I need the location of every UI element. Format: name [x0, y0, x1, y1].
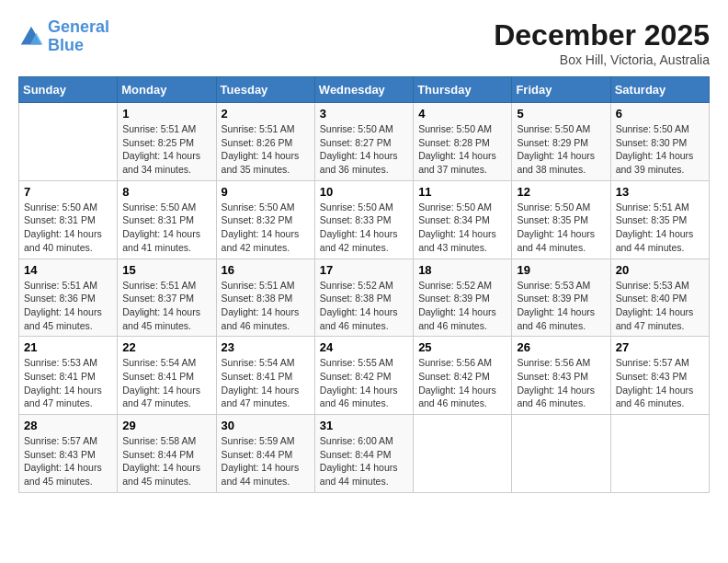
- day-info: Sunrise: 5:51 AMSunset: 8:36 PMDaylight:…: [24, 279, 112, 333]
- day-info: Sunrise: 5:51 AMSunset: 8:37 PMDaylight:…: [122, 279, 210, 333]
- calendar-cell: 10Sunrise: 5:50 AMSunset: 8:33 PMDayligh…: [314, 180, 413, 259]
- day-number: 8: [122, 185, 210, 199]
- day-number: 12: [517, 185, 605, 199]
- calendar-cell: 22Sunrise: 5:54 AMSunset: 8:41 PMDayligh…: [118, 337, 216, 415]
- calendar-cell: 5Sunrise: 5:50 AMSunset: 8:29 PMDaylight…: [512, 103, 610, 181]
- day-number: 21: [24, 340, 112, 354]
- day-info: Sunrise: 5:54 AMSunset: 8:41 PMDaylight:…: [122, 356, 210, 410]
- page-header: General Blue December 2025 Box Hill, Vic…: [18, 18, 710, 67]
- day-number: 4: [418, 107, 506, 121]
- title-block: December 2025 Box Hill, Victoria, Austra…: [494, 18, 710, 67]
- calendar-cell: 21Sunrise: 5:53 AMSunset: 8:41 PMDayligh…: [19, 337, 118, 415]
- month-title: December 2025: [494, 18, 710, 52]
- day-info: Sunrise: 5:57 AMSunset: 8:43 PMDaylight:…: [616, 356, 704, 410]
- day-number: 22: [122, 340, 210, 354]
- day-info: Sunrise: 5:56 AMSunset: 8:43 PMDaylight:…: [517, 356, 605, 410]
- day-number: 24: [320, 340, 408, 354]
- calendar-cell: [19, 103, 118, 181]
- day-number: 26: [517, 340, 605, 354]
- logo-line2: Blue: [48, 36, 84, 54]
- day-info: Sunrise: 5:51 AMSunset: 8:26 PMDaylight:…: [222, 122, 310, 177]
- day-info: Sunrise: 5:50 AMSunset: 8:33 PMDaylight:…: [320, 201, 408, 255]
- logo: General Blue: [18, 18, 109, 55]
- day-number: 23: [222, 340, 310, 354]
- day-number: 1: [122, 107, 210, 121]
- calendar-cell: 23Sunrise: 5:54 AMSunset: 8:41 PMDayligh…: [216, 337, 314, 415]
- logo-text: General Blue: [48, 18, 109, 55]
- calendar-table: SundayMondayTuesdayWednesdayThursdayFrid…: [18, 76, 710, 493]
- calendar-cell: 30Sunrise: 5:59 AMSunset: 8:44 PMDayligh…: [216, 415, 314, 493]
- day-number: 9: [222, 185, 310, 199]
- week-row-1: 1Sunrise: 5:51 AMSunset: 8:25 PMDaylight…: [19, 103, 710, 181]
- calendar-cell: 16Sunrise: 5:51 AMSunset: 8:38 PMDayligh…: [216, 259, 314, 337]
- day-number: 28: [24, 419, 112, 432]
- day-number: 5: [517, 107, 605, 121]
- day-number: 6: [616, 107, 704, 121]
- calendar-cell: 14Sunrise: 5:51 AMSunset: 8:36 PMDayligh…: [19, 259, 118, 337]
- day-number: 7: [24, 185, 112, 199]
- day-info: Sunrise: 5:50 AMSunset: 8:27 PMDaylight:…: [320, 122, 408, 177]
- column-header-wednesday: Wednesday: [314, 77, 413, 103]
- day-info: Sunrise: 5:50 AMSunset: 8:35 PMDaylight:…: [517, 201, 605, 255]
- week-row-2: 7Sunrise: 5:50 AMSunset: 8:31 PMDaylight…: [19, 180, 710, 259]
- calendar-cell: 11Sunrise: 5:50 AMSunset: 8:34 PMDayligh…: [414, 180, 512, 259]
- day-info: Sunrise: 5:53 AMSunset: 8:40 PMDaylight:…: [616, 279, 704, 333]
- calendar-cell: 28Sunrise: 5:57 AMSunset: 8:43 PMDayligh…: [19, 415, 118, 493]
- day-info: Sunrise: 5:50 AMSunset: 8:28 PMDaylight:…: [418, 122, 506, 177]
- day-info: Sunrise: 5:51 AMSunset: 8:35 PMDaylight:…: [616, 201, 704, 255]
- calendar-cell: 31Sunrise: 6:00 AMSunset: 8:44 PMDayligh…: [314, 415, 413, 493]
- calendar-cell: [610, 415, 709, 493]
- calendar-cell: 13Sunrise: 5:51 AMSunset: 8:35 PMDayligh…: [610, 180, 709, 259]
- day-info: Sunrise: 5:52 AMSunset: 8:39 PMDaylight:…: [418, 279, 506, 333]
- calendar-cell: 18Sunrise: 5:52 AMSunset: 8:39 PMDayligh…: [414, 259, 512, 337]
- calendar-cell: 6Sunrise: 5:50 AMSunset: 8:30 PMDaylight…: [610, 103, 709, 181]
- calendar-cell: 24Sunrise: 5:55 AMSunset: 8:42 PMDayligh…: [314, 337, 413, 415]
- day-number: 3: [320, 107, 408, 121]
- day-number: 11: [418, 185, 506, 199]
- day-info: Sunrise: 5:55 AMSunset: 8:42 PMDaylight:…: [320, 356, 408, 410]
- calendar-cell: 1Sunrise: 5:51 AMSunset: 8:25 PMDaylight…: [118, 103, 216, 181]
- calendar-cell: 8Sunrise: 5:50 AMSunset: 8:31 PMDaylight…: [118, 180, 216, 259]
- column-header-saturday: Saturday: [610, 77, 709, 103]
- week-row-5: 28Sunrise: 5:57 AMSunset: 8:43 PMDayligh…: [19, 415, 710, 493]
- day-info: Sunrise: 5:54 AMSunset: 8:41 PMDaylight:…: [222, 356, 310, 410]
- day-info: Sunrise: 5:50 AMSunset: 8:29 PMDaylight:…: [517, 122, 605, 177]
- calendar-cell: 25Sunrise: 5:56 AMSunset: 8:42 PMDayligh…: [414, 337, 512, 415]
- calendar-cell: 3Sunrise: 5:50 AMSunset: 8:27 PMDaylight…: [314, 103, 413, 181]
- day-info: Sunrise: 5:50 AMSunset: 8:30 PMDaylight:…: [616, 122, 704, 177]
- logo-line1: General: [48, 17, 109, 36]
- day-info: Sunrise: 5:53 AMSunset: 8:41 PMDaylight:…: [24, 356, 112, 410]
- day-info: Sunrise: 5:50 AMSunset: 8:32 PMDaylight:…: [222, 201, 310, 255]
- day-number: 2: [222, 107, 310, 121]
- day-number: 25: [418, 340, 506, 354]
- calendar-cell: 29Sunrise: 5:58 AMSunset: 8:44 PMDayligh…: [118, 415, 216, 493]
- day-info: Sunrise: 5:57 AMSunset: 8:43 PMDaylight:…: [24, 434, 112, 488]
- calendar-cell: 17Sunrise: 5:52 AMSunset: 8:38 PMDayligh…: [314, 259, 413, 337]
- day-number: 16: [222, 263, 310, 277]
- calendar-cell: 20Sunrise: 5:53 AMSunset: 8:40 PMDayligh…: [610, 259, 709, 337]
- day-info: Sunrise: 5:58 AMSunset: 8:44 PMDaylight:…: [122, 434, 210, 488]
- day-number: 18: [418, 263, 506, 277]
- column-header-sunday: Sunday: [19, 77, 118, 103]
- day-info: Sunrise: 5:50 AMSunset: 8:34 PMDaylight:…: [418, 201, 506, 255]
- day-number: 15: [122, 263, 210, 277]
- column-header-thursday: Thursday: [414, 77, 512, 103]
- day-number: 31: [320, 419, 408, 432]
- location: Box Hill, Victoria, Australia: [494, 52, 710, 67]
- calendar-cell: 19Sunrise: 5:53 AMSunset: 8:39 PMDayligh…: [512, 259, 610, 337]
- calendar-cell: 15Sunrise: 5:51 AMSunset: 8:37 PMDayligh…: [118, 259, 216, 337]
- header-row: SundayMondayTuesdayWednesdayThursdayFrid…: [19, 77, 710, 103]
- calendar-cell: 9Sunrise: 5:50 AMSunset: 8:32 PMDaylight…: [216, 180, 314, 259]
- logo-icon: [18, 24, 44, 50]
- day-number: 13: [616, 185, 704, 199]
- calendar-cell: 4Sunrise: 5:50 AMSunset: 8:28 PMDaylight…: [414, 103, 512, 181]
- calendar-cell: 7Sunrise: 5:50 AMSunset: 8:31 PMDaylight…: [19, 180, 118, 259]
- day-info: Sunrise: 5:56 AMSunset: 8:42 PMDaylight:…: [418, 356, 506, 410]
- day-info: Sunrise: 5:51 AMSunset: 8:38 PMDaylight:…: [222, 279, 310, 333]
- day-info: Sunrise: 5:50 AMSunset: 8:31 PMDaylight:…: [122, 201, 210, 255]
- day-number: 14: [24, 263, 112, 277]
- day-number: 30: [222, 419, 310, 432]
- column-header-tuesday: Tuesday: [216, 77, 314, 103]
- column-header-friday: Friday: [512, 77, 610, 103]
- week-row-3: 14Sunrise: 5:51 AMSunset: 8:36 PMDayligh…: [19, 259, 710, 337]
